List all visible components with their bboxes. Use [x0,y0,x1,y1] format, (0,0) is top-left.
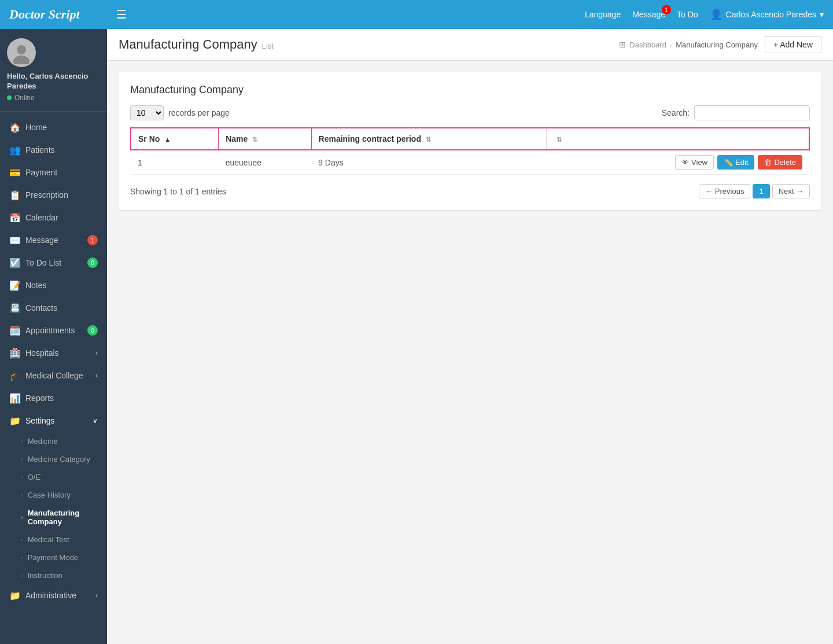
sidebar-item-appointments-label: Appointments [25,326,75,335]
todo-link[interactable]: To Do [677,10,698,19]
payment-icon: 💳 [9,167,20,178]
records-per-page: 10 25 50 100 records per page [130,105,230,120]
sidebar-online: Online [7,94,35,102]
sidebar-item-medical-college[interactable]: 🎓 Medical College ‹ [0,365,107,387]
svg-point-1 [13,56,30,64]
administrative-icon: 📁 [9,590,20,601]
sidebar-sub-oe-label: O/E [28,473,40,481]
prev-page-button[interactable]: ← Previous [699,184,750,198]
sidebar-sub-manufacturing-company-label: Manufacturing Company [28,509,98,526]
sidebar-item-todo[interactable]: ☑️ To Do List 0 [0,252,107,274]
breadcrumb-separator: › [670,41,672,49]
sidebar-item-patients[interactable]: 👥 Patients [0,139,107,161]
sidebar-item-contacts-label: Contacts [25,303,57,312]
sidebar-item-calendar[interactable]: 📅 Calendar [0,207,107,229]
add-new-button[interactable]: + Add New [765,36,821,53]
message-icon: ✉️ [9,235,20,246]
sidebar-item-patients-label: Patients [25,145,55,154]
sidebar-sub-manufacturing-company[interactable]: › Manufacturing Company [0,504,107,531]
sidebar-sub-payment-mode[interactable]: › Payment Mode [0,549,107,566]
sidebar-sub-oe[interactable]: › O/E [0,468,107,486]
sidebar-item-message[interactable]: ✉️ Message 1 [0,229,107,252]
sub-header: Manufacturing Company List ⊞ Dashboard ›… [107,29,833,61]
view-button[interactable]: 👁 View [675,155,714,170]
sidebar-item-settings[interactable]: 📁 Settings ∨ [0,410,107,432]
instruction-arrow-icon: › [21,572,23,579]
col-sr-no-label: Sr No [138,134,160,143]
sidebar-sub-medicine-category-label: Medicine Category [28,455,90,463]
sidebar-sub-medical-test[interactable]: › Medical Test [0,531,107,549]
sidebar: Hello, Carlos Ascencio Paredes Online 🏠 … [0,29,107,644]
page-subtitle: List [262,42,274,50]
sidebar-sub-medicine-category[interactable]: › Medicine Category [0,450,107,468]
table-row: 1 eueueuee 9 Days 👁 View [131,150,809,175]
sidebar-nav: 🏠 Home 👥 Patients 💳 Payment 📋 Prescripti… [0,112,107,644]
sidebar-item-reports-label: Reports [25,393,54,403]
appointments-nav-badge: 0 [87,325,98,336]
sidebar-item-appointments[interactable]: 🗓️ Appointments 0 [0,319,107,342]
sidebar-sub-payment-mode-label: Payment Mode [28,553,78,562]
medicine-category-arrow-icon: › [21,455,23,462]
sidebar-sub-medicine-label: Medicine [28,437,58,446]
language-link[interactable]: Language [585,10,621,19]
table-header-row: Sr No ▲ Name ⇅ Remaining contract period… [131,128,809,150]
notes-icon: 📝 [9,280,20,291]
reports-icon: 📊 [9,393,20,404]
sidebar-item-contacts[interactable]: 📇 Contacts [0,297,107,319]
sidebar-item-payment-label: Payment [25,168,57,177]
sidebar-item-notes[interactable]: 📝 Notes [0,274,107,297]
svg-point-0 [17,45,26,54]
content-area: Manufacturing Company 10 25 50 100 recor… [107,61,833,644]
dashboard-icon: ⊞ [619,40,626,49]
sidebar-sub-case-history[interactable]: › Case History [0,486,107,504]
hospitals-icon: 🏥 [9,348,20,359]
next-page-button[interactable]: Next → [772,184,810,198]
todo-nav-badge: 0 [87,257,98,268]
sidebar-item-reports[interactable]: 📊 Reports [0,387,107,410]
sidebar-sub-instruction-label: Instruction [28,571,62,580]
sidebar-item-payment[interactable]: 💳 Payment [0,161,107,184]
patients-icon: 👥 [9,145,20,156]
online-dot [7,95,12,100]
sidebar-item-administrative[interactable]: 📁 Administrative ‹ [0,584,107,607]
message-link-wrap[interactable]: Message 1 [632,10,665,19]
main-card: Manufacturing Company 10 25 50 100 recor… [119,72,821,210]
page-title: Manufacturing Company [119,37,257,52]
sidebar-sub-medicine[interactable]: › Medicine [0,432,107,450]
user-menu[interactable]: 👤 Carlos Ascencio Paredes ▾ [710,8,824,21]
sidebar-item-home[interactable]: 🏠 Home [0,116,107,139]
user-name: Carlos Ascencio Paredes [726,10,816,19]
search-area: Search: [662,105,810,120]
breadcrumb-dashboard[interactable]: Dashboard [629,41,666,49]
col-sr-no[interactable]: Sr No ▲ [131,128,219,150]
topnav-right: Language Message 1 To Do 👤 Carlos Ascenc… [585,8,824,21]
hamburger-button[interactable]: ☰ [116,8,127,21]
sidebar-sub-instruction[interactable]: › Instruction [0,566,107,584]
cell-remaining-contract: 9 Days [311,150,547,175]
calendar-icon: 📅 [9,212,20,223]
sort-name-icon: ⇅ [252,136,257,143]
card-title: Manufacturing Company [130,84,810,96]
message-link[interactable]: Message [632,10,665,19]
sidebar-profile: Hello, Carlos Ascencio Paredes Online [0,29,107,112]
sidebar-item-calendar-label: Calendar [25,213,58,222]
sidebar-item-prescription[interactable]: 📋 Prescription [0,184,107,207]
col-name[interactable]: Name ⇅ [219,128,311,150]
table-controls: 10 25 50 100 records per page Search: [130,105,810,120]
message-nav-badge: 1 [87,235,98,245]
search-input[interactable] [694,105,810,120]
page-1-button[interactable]: 1 [753,184,769,198]
col-actions: ⇅ [547,128,809,150]
sidebar-item-notes-label: Notes [25,281,47,290]
edit-button[interactable]: ✏️ Edit [717,155,754,170]
sidebar-item-hospitals[interactable]: 🏥 Hospitals ‹ [0,342,107,365]
sort-up-icon: ▲ [164,136,171,143]
topnav: Doctor Script ☰ Language Message 1 To Do… [0,0,833,29]
col-remaining-contract[interactable]: Remaining contract period ⇅ [311,128,547,150]
table-footer: Showing 1 to 1 of 1 entries ← Previous 1… [130,184,810,198]
edit-icon: ✏️ [724,158,733,167]
delete-button[interactable]: 🗑 Delete [758,155,802,170]
sidebar-hello: Hello, Carlos Ascencio Paredes [7,72,100,91]
search-label: Search: [662,108,690,117]
records-per-page-select[interactable]: 10 25 50 100 [130,105,164,120]
